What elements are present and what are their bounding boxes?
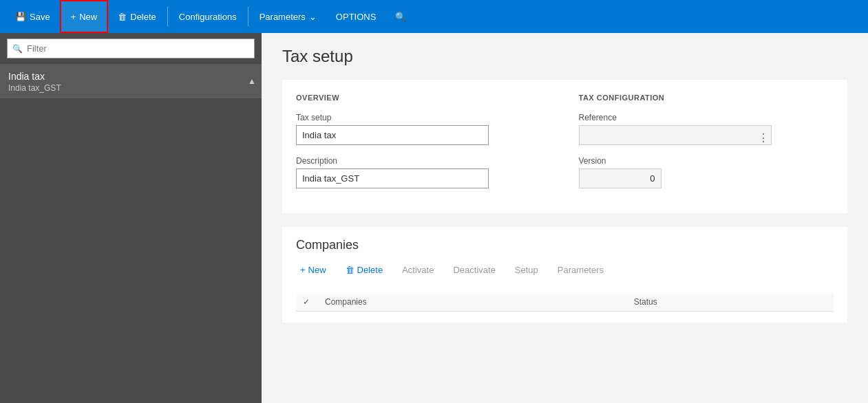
sidebar-item-subtitle: India tax_GST [8,83,253,93]
tax-config-column: TAX CONFIGURATION Reference ⋮ Version [579,94,834,199]
save-label: Save [30,12,50,22]
version-group: Version [579,156,834,188]
options-button[interactable]: OPTIONS [326,0,386,33]
version-input[interactable] [579,168,661,188]
parameters-button[interactable]: Parameters ⌄ [250,0,326,33]
version-label: Version [579,156,834,166]
companies-deactivate-label: Deactivate [453,265,495,275]
page-title: Tax setup [282,47,847,66]
companies-new-button[interactable]: + New [296,262,330,278]
filter-search-icon: 🔍 [12,44,23,54]
companies-table: ✓ Companies Status [296,293,834,312]
delete-button[interactable]: 🗑 Delete [108,0,166,33]
chevron-down-icon: ⌄ [309,12,317,22]
scroll-up-icon[interactable]: ▲ [248,76,256,86]
companies-deactivate-button[interactable]: Deactivate [449,262,499,278]
add-icon: + [71,12,76,22]
description-label: Description [296,156,551,166]
description-input[interactable] [296,168,489,188]
overview-column: OVERVIEW Tax setup Description [296,94,551,199]
companies-new-label: New [308,265,326,275]
companies-delete-button[interactable]: 🗑 Delete [341,262,388,278]
companies-delete-label: Delete [357,265,383,275]
search-toolbar-button[interactable]: 🔍 [385,0,416,33]
options-label: OPTIONS [336,12,377,22]
tax-setup-group: Tax setup [296,113,551,145]
delete-label: Delete [130,12,156,22]
toolbar-divider2 [248,7,248,26]
sidebar-item-india-tax[interactable]: India tax India tax_GST ▲ [0,64,262,98]
sidebar: 🔍 India tax India tax_GST ▲ [0,33,262,403]
save-icon: 💾 [15,12,26,22]
companies-activate-button[interactable]: Activate [398,262,438,278]
tax-setup-label: Tax setup [296,113,551,122]
companies-toolbar: + New 🗑 Delete Activate Deactivate Setup [296,262,834,285]
tax-setup-input[interactable] [296,125,489,145]
reference-wrapper: ⋮ [579,125,772,145]
companies-activate-label: Activate [402,265,434,275]
reference-group: Reference ⋮ [579,113,834,145]
main-layout: 🔍 India tax India tax_GST ▲ Tax setup OV… [0,33,868,403]
save-button[interactable]: 💾 Save [6,0,60,33]
filter-input[interactable] [7,39,255,58]
companies-section: Companies + New 🗑 Delete Activate Deacti… [282,227,847,323]
filter-container: 🔍 [0,33,262,64]
companies-column-header: Companies [318,293,627,312]
check-column-header: ✓ [296,293,318,312]
search-icon: 🔍 [395,12,406,22]
delete-icon: 🗑 [118,12,127,22]
configurations-label: Configurations [179,12,237,22]
tax-config-header: TAX CONFIGURATION [579,94,834,102]
companies-parameters-button[interactable]: Parameters [553,262,608,278]
toolbar: 💾 Save + New 🗑 Delete Configurations Par… [0,0,868,33]
status-column-header: Status [627,293,834,312]
table-header-row: ✓ Companies Status [296,293,834,312]
content-area: Tax setup OVERVIEW Tax setup Description [262,33,868,403]
companies-delete-icon: 🗑 [346,265,354,275]
overview-header: OVERVIEW [296,94,551,102]
new-label: New [79,12,97,22]
new-button[interactable]: + New [60,0,109,33]
configurations-button[interactable]: Configurations [169,0,246,33]
toolbar-divider [167,7,168,26]
companies-setup-label: Setup [515,265,538,275]
companies-add-icon: + [300,265,306,275]
parameters-label: Parameters [260,12,306,22]
form-section: OVERVIEW Tax setup Description TAX CONFI… [282,80,847,213]
companies-setup-button[interactable]: Setup [511,262,542,278]
companies-title: Companies [296,238,834,252]
reference-label: Reference [579,113,834,122]
more-options-icon[interactable]: ⋮ [758,133,769,144]
companies-parameters-label: Parameters [558,265,604,275]
reference-input[interactable] [579,125,772,145]
form-columns: OVERVIEW Tax setup Description TAX CONFI… [296,94,834,199]
filter-wrapper: 🔍 [7,39,255,58]
description-group: Description [296,156,551,188]
sidebar-item-title: India tax [8,71,253,82]
